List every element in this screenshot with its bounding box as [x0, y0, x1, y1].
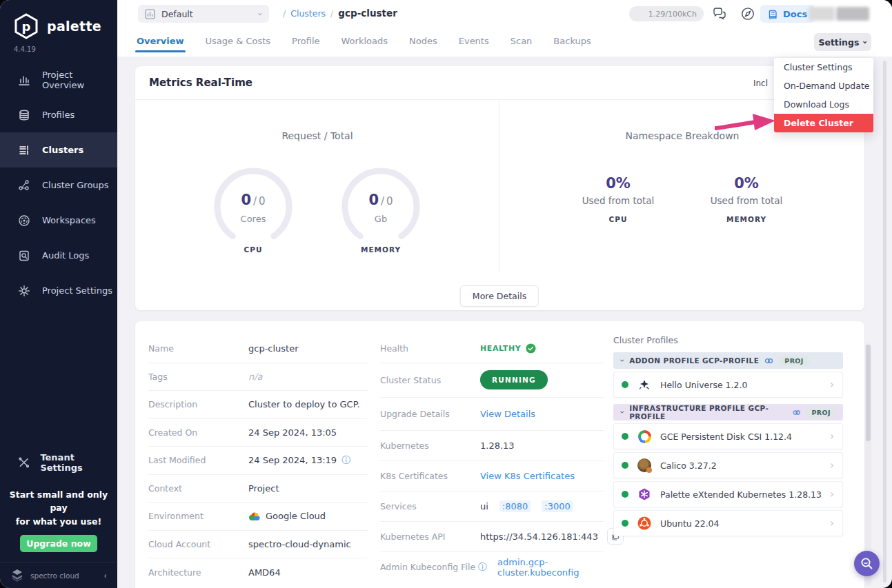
promo-line1: Start small and only pay	[0, 488, 117, 515]
sidebar-nav: Project Overview Profiles Clusters Clust…	[0, 62, 117, 308]
brand-logo[interactable]: p palette	[12, 12, 101, 40]
layers-icon	[18, 109, 30, 121]
palette-extended-kubernetes-icon	[637, 487, 652, 502]
sidebar-item-profiles[interactable]: Profiles	[0, 97, 117, 132]
info-icon[interactable]: ⓘ	[341, 454, 350, 467]
list-icon	[18, 144, 30, 156]
project-scope-select[interactable]: Default ›	[138, 5, 269, 23]
profile-layer-pxk[interactable]: Palette eXtended Kubernetes 1.28.13 ›	[613, 481, 843, 507]
details-left-column: Name gcp-cluster Tags n/a Description Cl…	[148, 335, 368, 587]
tab-nodes[interactable]: Nodes	[408, 30, 439, 55]
profile-layer-gce-disk[interactable]: GCE Persistent Disk CSI 1.12.4 ›	[613, 423, 843, 449]
memory-gauge: 0/0 Gb MEMORY	[339, 164, 422, 247]
book-icon	[768, 9, 778, 19]
tab-profile[interactable]: Profile	[290, 30, 321, 55]
page-scrollbar[interactable]	[883, 61, 886, 582]
sidebar-item-project-overview[interactable]: Project Overview	[0, 62, 117, 97]
layer-name: Ubuntu 22.04	[660, 518, 822, 529]
sidebar-item-workspaces[interactable]: Workspaces	[0, 203, 117, 238]
sidebar-item-label: Cluster Groups	[42, 180, 109, 190]
tab-events[interactable]: Events	[457, 30, 490, 55]
more-details-button[interactable]: More Details	[460, 285, 539, 307]
scope-value: Default	[161, 9, 252, 19]
footer-brand-name: spectro cloud	[30, 571, 98, 580]
info-icon[interactable]: ⓘ	[478, 562, 487, 572]
profile-layer-ubuntu[interactable]: Ubuntu 22.04 ›	[613, 510, 843, 536]
detail-label: Last Modified	[148, 455, 248, 465]
request-total-title: Request / Total	[281, 130, 353, 141]
menu-item-download-logs[interactable]: Download Logs	[774, 95, 873, 114]
namespace-cpu-stat: 0% Used from total CPU	[556, 175, 680, 223]
service-port-link[interactable]: :3000	[542, 500, 573, 512]
namespace-memory-stat: 0% Used from total MEMORY	[684, 175, 809, 223]
tab-backups[interactable]: Backups	[552, 30, 592, 55]
detail-value: Project	[248, 483, 279, 494]
chevron-right-icon: ›	[830, 488, 834, 500]
sidebar-item-tenant-settings[interactable]: Tenant Settings	[0, 445, 117, 480]
status-dot	[622, 462, 628, 469]
detail-value: n/a	[248, 372, 263, 382]
detail-label: Cluster Status	[380, 375, 480, 385]
annotation-arrow-icon	[715, 112, 777, 134]
breadcrumb-clusters-link[interactable]: Clusters	[290, 8, 326, 19]
addon-profile-header[interactable]: › ADDON PROFILE GCP-PROFILE PROJ	[613, 352, 843, 369]
docs-button[interactable]: Docs	[760, 5, 815, 23]
metrics-include-toggle-label: Incl	[753, 79, 768, 88]
detail-label: Tags	[148, 372, 248, 382]
detail-value: AMD64	[248, 567, 281, 578]
cluster-profiles-panel: Cluster Profiles › ADDON PROFILE GCP-PRO…	[613, 335, 843, 539]
menu-item-cluster-settings[interactable]: Cluster Settings	[774, 58, 873, 77]
metrics-card: Metrics Real-Time Incl Request / Total 0…	[135, 66, 864, 310]
link-icon[interactable]	[764, 356, 773, 365]
gauge-value: 0/0	[339, 192, 422, 208]
infrastructure-profile-header[interactable]: › INFRASTRUCTURE PROFILE GCP-PROFILE PRO…	[613, 404, 843, 420]
collapse-sidebar-icon[interactable]: ‹	[104, 570, 107, 581]
link-icon[interactable]	[793, 408, 801, 417]
view-details-link[interactable]: View Details	[480, 409, 535, 419]
content-scrollbar[interactable]	[865, 343, 871, 586]
cluster-tabs: Overview Usage & Costs Profile Workloads…	[135, 30, 593, 55]
profile-layer-calico[interactable]: Calico 3.27.2 ›	[613, 452, 843, 478]
percent-caption: Used from total	[684, 195, 809, 206]
app-window: p palette 4.4.19 Project Overview Profil…	[0, 0, 892, 588]
scrollbar-thumb[interactable]	[866, 345, 871, 441]
sidebar-item-audit-logs[interactable]: Audit Logs	[0, 238, 117, 273]
header: Default › / Clusters / gcp-cluster 1.29/…	[117, 0, 892, 57]
settings-button[interactable]: Settings ›	[814, 33, 871, 51]
spectro-cloud-logo-icon	[10, 568, 25, 583]
kubeconfig-download-link[interactable]: admin.gcp-cluster.kubeconfig	[497, 557, 604, 578]
tab-scan[interactable]: Scan	[509, 30, 534, 55]
sidebar-item-label: Clusters	[42, 145, 83, 155]
sidebar-item-clusters[interactable]: Clusters	[0, 132, 117, 168]
tab-usage-costs[interactable]: Usage & Costs	[204, 30, 272, 55]
tab-workloads[interactable]: Workloads	[340, 30, 389, 55]
tab-overview[interactable]: Overview	[135, 30, 186, 55]
palette-logo-icon: p	[12, 12, 40, 40]
detail-row-name: Name gcp-cluster	[148, 335, 368, 363]
detail-label: Created On	[148, 427, 248, 438]
detail-row-health: Health HEALTHY	[380, 335, 604, 363]
view-k8s-certificates-link[interactable]: View K8s Certificates	[480, 471, 575, 481]
settings-menu: Cluster Settings On-Demand Update Downlo…	[774, 58, 873, 132]
app-version: 4.4.19	[14, 45, 36, 53]
audit-icon	[18, 250, 30, 262]
brand-name: palette	[47, 19, 101, 34]
profile-layer-hello-universe[interactable]: Hello Universe 1.2.0 ›	[613, 372, 843, 398]
cluster-status-badge[interactable]: RUNNING	[480, 370, 548, 389]
menu-item-on-demand-update[interactable]: On-Demand Update	[774, 77, 873, 95]
menu-item-delete-cluster[interactable]: Delete Cluster	[774, 114, 873, 132]
compass-icon[interactable]	[740, 6, 755, 21]
sidebar-item-label: Profiles	[42, 110, 75, 120]
detail-row-kubernetes-api: Kubernetes API https://34.54.126.181:443	[380, 522, 604, 552]
detail-row-last-modified: Last Modified 24 Sep 2024, 13:19ⓘ	[148, 447, 368, 475]
sidebar-item-cluster-groups[interactable]: Cluster Groups	[0, 168, 117, 203]
service-port-link[interactable]: :8080	[499, 500, 531, 512]
detail-row-environment: Environment Google Cloud	[148, 503, 368, 531]
detail-label: Context	[148, 483, 248, 494]
chat-icon[interactable]	[712, 6, 727, 21]
detail-value: Google Cloud	[248, 511, 326, 521]
upgrade-now-button[interactable]: Upgrade now	[20, 535, 97, 552]
detail-row-kubernetes: Kubernetes 1.28.13	[380, 431, 604, 461]
help-search-fab[interactable]	[854, 551, 880, 576]
sidebar-item-project-settings[interactable]: Project Settings	[0, 273, 117, 308]
